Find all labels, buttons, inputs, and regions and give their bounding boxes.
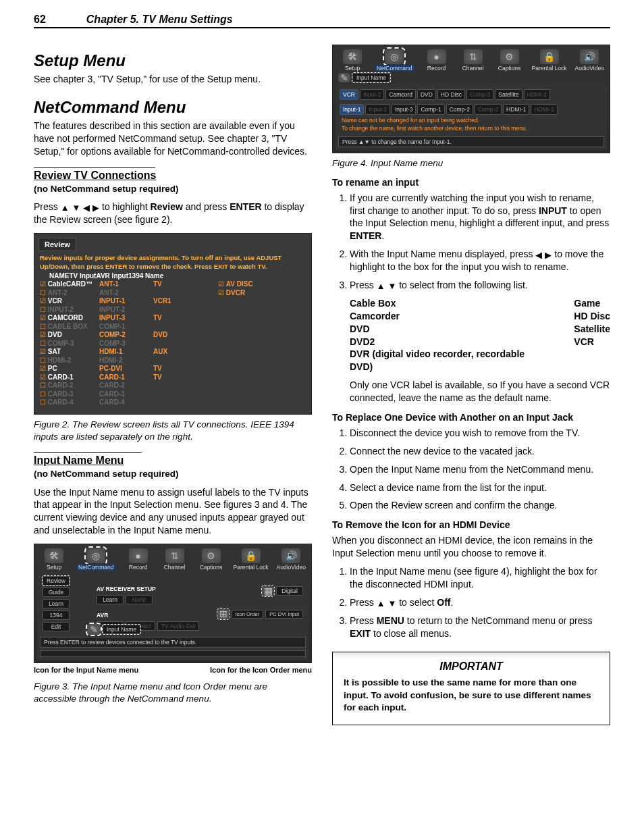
table-row: ☐ HDMI-2HDMI-2 <box>34 357 213 365</box>
table-row: ☑ DVCR <box>213 289 283 298</box>
menu-icon-audiovideo[interactable]: 🔊AudioVideo <box>575 49 604 72</box>
figure-3-caption: Figure 3. The Input Name menu and Icon O… <box>34 681 312 705</box>
learn-button[interactable]: Learn <box>43 599 70 608</box>
important-text: It is possible to use the same name for … <box>344 677 599 714</box>
arrow-down-icon: ▼ <box>387 282 396 290</box>
digital-button[interactable]: Digital <box>276 586 303 596</box>
input-tab[interactable]: Camcord <box>385 89 415 100</box>
remove-hdmi-step-3: Press MENU to return to the NetCommand m… <box>350 615 610 640</box>
replace-step: Open the Input Name menu from the NetCom… <box>350 463 610 476</box>
page-number: 62 <box>34 14 46 26</box>
input-tab[interactable]: Comp-1 <box>417 104 444 115</box>
important-title: IMPORTANT <box>344 660 599 673</box>
input-tab[interactable]: Input-1 <box>340 104 364 115</box>
figure-4-screenshot: 🛠Setup◎NetCommand●Record⇅Channel⚙Caption… <box>332 45 610 153</box>
menu-icon-record[interactable]: ●Record <box>423 49 451 72</box>
learn-button[interactable]: Learn <box>97 595 124 604</box>
chapter-title: Chapter 5. TV Menu Settings <box>86 14 233 26</box>
menu-icon-setup[interactable]: 🛠Setup <box>40 548 68 571</box>
guide-button[interactable]: Guide <box>43 588 70 597</box>
replace-step: Open the Review screen and confirm the c… <box>350 499 610 512</box>
input-tab: HDMI-2 <box>524 89 550 100</box>
menu-icon-captions[interactable]: ⚙Captions <box>495 49 524 72</box>
remove-hdmi-text: When you disconnect an HDMI device, the … <box>332 534 610 560</box>
input-name-heading: Input Name Menu <box>34 454 312 467</box>
input-tab: Comp-3 <box>466 89 493 100</box>
replace-step: Select a device name from the list for t… <box>350 481 610 494</box>
icon-order-button[interactable]: Icon Order <box>232 610 263 619</box>
menu-icon-setup[interactable]: 🛠Setup <box>338 49 367 72</box>
rename-heading: To rename an input <box>332 176 610 189</box>
edit-button[interactable]: Edit <box>43 622 70 631</box>
table-row: ☐ CARD-2CARD-2 <box>34 382 213 390</box>
input-tab: Input-2 <box>365 104 390 115</box>
setup-menu-heading: Setup Menu <box>34 51 312 70</box>
input-tab[interactable]: HD Disc <box>437 89 465 100</box>
input-tab[interactable]: HDMI-1 <box>503 104 529 115</box>
table-row: ☐ CARD-3CARD-3 <box>34 390 213 399</box>
menu-icon-channel[interactable]: ⇅Channel <box>161 548 189 571</box>
divider <box>34 452 142 453</box>
1394-button[interactable]: 1394 <box>43 610 70 620</box>
review-button[interactable]: Review <box>43 576 70 585</box>
menu-icon-audiovideo[interactable]: 🔊AudioVideo <box>277 548 306 571</box>
rename-step-3: Press ▲ ▼ to select from the following l… <box>350 279 610 292</box>
menu-icon-netcommand[interactable]: ◎NetCommand <box>76 548 115 571</box>
table-row: ☑ PCPC-DVITV <box>34 365 213 373</box>
input-tab[interactable]: VCR <box>340 89 358 100</box>
table-row: ☐ ANT-2ANT-2 <box>34 289 213 298</box>
replace-step: Disconnect the device you wish to remove… <box>350 427 610 440</box>
pc-dvi-button[interactable]: PC DVI Input <box>265 610 303 619</box>
review-table-header: NAME TV Input AVR Input 1394 Name <box>34 271 311 280</box>
tv-audio-out-button[interactable]: TV Audio Out <box>157 621 200 631</box>
review-heading: Review TV Connections <box>34 170 312 182</box>
table-row: ☑ CARD-1CARD-1TV <box>34 373 213 382</box>
rename-step-1: If you are currently watching the input … <box>350 192 610 243</box>
digital-icon: ▦ <box>262 585 274 596</box>
table-row: ☑ DVDCOMP-2DVD <box>34 331 213 340</box>
replace-steps: Disconnect the device you wish to remove… <box>332 427 610 512</box>
figure-3-icon-labels: Icon for the Input Name menu Icon for th… <box>34 666 312 674</box>
menu-icon-parental-lock[interactable]: 🔒Parental Lock <box>532 49 567 72</box>
menu-icon-netcommand[interactable]: ◎NetCommand <box>375 49 414 72</box>
remove-hdmi-heading: To Remove the Icon for an HDMI Device <box>332 519 610 531</box>
input-tab: Input-2 <box>360 89 384 100</box>
table-row: ☑ SATHDMI-1AUX <box>34 348 213 357</box>
input-tab[interactable]: Input-3 <box>392 104 416 115</box>
input-tab[interactable]: Comp-2 <box>446 104 473 115</box>
menu-icon-captions[interactable]: ⚙Captions <box>197 548 225 571</box>
table-row: ☐ CABLE BOXCOMP-1 <box>34 323 213 332</box>
input-tab[interactable]: Satellite <box>495 89 522 100</box>
figure-2-screenshot: Review Review inputs for proper device a… <box>34 233 312 415</box>
table-row: ☑ AV DISC <box>213 280 283 289</box>
input-name-selected[interactable]: Input Name <box>352 73 390 82</box>
table-row: ☑ VCRINPUT-1VCR1 <box>34 297 213 306</box>
table-row: ☐ COMP-3COMP-3 <box>34 340 213 348</box>
input-name-no-setup: (no NetCommand setup required) <box>34 468 312 480</box>
arrow-up-icon: ▲ <box>377 599 385 608</box>
menu-icon-record[interactable]: ●Record <box>124 548 153 571</box>
remove-hdmi-step-2: Press ▲ ▼ to select Off. <box>350 596 610 609</box>
warning-line-1: Name can not be changed for an input bei… <box>338 116 604 126</box>
replace-step: Connect the new device to the vacated ja… <box>350 445 610 458</box>
menu-icon-channel[interactable]: ⇅Channel <box>459 49 487 72</box>
review-instr-1: Review inputs for proper device assignme… <box>34 251 311 263</box>
none-button[interactable]: None <box>126 595 153 604</box>
table-row: ☐ INPUT-2INPUT-2 <box>34 306 213 315</box>
input-name-button[interactable]: Input Name <box>103 625 140 634</box>
page-header: 62 Chapter 5. TV Menu Settings <box>34 14 610 28</box>
status-bar: Press ENTER to review devices connected … <box>40 637 306 648</box>
warning-line-2: To change the name, first watch another … <box>338 126 604 134</box>
icon-order-icon: ⊞ <box>217 608 230 619</box>
figure-2-caption: Figure 2. The Review screen lists all TV… <box>34 419 312 443</box>
input-name-icon: ✎ <box>87 624 101 635</box>
setup-menu-text: See chapter 3, "TV Setup," for use of th… <box>34 73 312 86</box>
important-box: IMPORTANT It is possible to use the same… <box>332 652 610 725</box>
menu-icon-parental-lock[interactable]: 🔒Parental Lock <box>234 548 269 571</box>
input-tab[interactable]: DVD <box>417 89 436 100</box>
arrow-right-icon: ▶ <box>545 251 552 259</box>
device-names-right: Game HD Disc Satellite VCR <box>574 297 610 373</box>
remove-hdmi-step-1: In the Input Name menu (see figure 4), h… <box>350 565 610 591</box>
table-row: ☐ CARD-4CARD-4 <box>34 398 213 407</box>
empty-bar <box>40 650 306 657</box>
